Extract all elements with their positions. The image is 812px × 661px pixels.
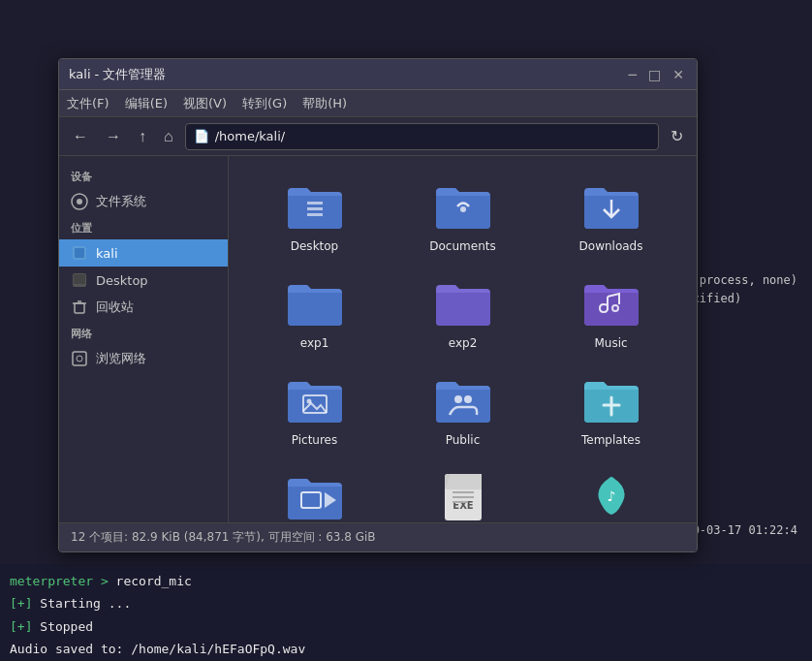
sidebar-label-desktop: Desktop: [96, 273, 148, 288]
folder-icon-desktop: [284, 179, 346, 234]
fm-menu-edit[interactable]: 编辑(E): [125, 95, 168, 112]
svg-rect-12: [307, 207, 323, 210]
network-icon: [71, 350, 88, 367]
fm-title: kali - 文件管理器: [69, 66, 166, 83]
file-item-exp2[interactable]: exp2: [392, 268, 533, 358]
folder-icon-music: [580, 276, 642, 330]
address-icon: 📄: [194, 129, 209, 143]
svg-rect-6: [75, 303, 84, 313]
folder-icon-public: [432, 373, 494, 427]
file-item-music[interactable]: Music: [541, 268, 681, 358]
file-label-exp2: exp2: [449, 336, 478, 350]
terminal-text-4: Audio saved to: /home/kali/hEFaOFpQ.wav: [10, 642, 305, 656]
sidebar-section-devices: 设备: [59, 164, 228, 188]
file-item-backdoor[interactable]: EXE backdoor5322.exe: [392, 462, 533, 522]
fm-files-grid: Desktop Documents: [229, 156, 697, 522]
fm-titlebar: kali - 文件管理器 ─ □ ✕: [59, 59, 697, 90]
file-item-desktop[interactable]: Desktop: [244, 172, 385, 261]
svg-rect-13: [307, 213, 323, 216]
fm-window-controls: ─ □ ✕: [626, 67, 687, 82]
folder-icon-videos: [284, 470, 346, 522]
fm-close-btn[interactable]: ✕: [670, 67, 687, 82]
fm-address-bar[interactable]: 📄 /home/kali/: [185, 123, 659, 150]
file-label-desktop: Desktop: [291, 239, 339, 253]
folder-icon-exp2: [432, 276, 494, 330]
svg-marker-25: [445, 474, 482, 489]
folder-icon-documents: [432, 179, 494, 234]
svg-point-14: [460, 206, 466, 212]
folder-icon-pictures: [284, 373, 346, 427]
terminal-text-2: Starting ...: [32, 596, 131, 611]
file-item-templates[interactable]: Templates: [541, 365, 681, 455]
terminal-right-text: , process, none) ecified): [685, 271, 797, 308]
terminal-right-line2: ecified): [685, 290, 797, 308]
fm-minimize-btn[interactable]: ─: [626, 67, 640, 82]
trash-icon: [71, 299, 88, 316]
sidebar-label-network: 浏览网络: [96, 350, 146, 367]
file-item-exp1[interactable]: exp1: [244, 268, 385, 358]
fm-home-btn[interactable]: ⌂: [158, 124, 179, 149]
audio-icon-wav: ♪: [580, 470, 642, 522]
file-label-documents: Documents: [429, 239, 495, 253]
file-label-exp1: exp1: [300, 336, 329, 350]
svg-rect-27: [453, 491, 474, 493]
sidebar-item-trash[interactable]: 回收站: [59, 294, 228, 321]
fm-back-btn[interactable]: ←: [67, 124, 94, 149]
fm-refresh-btn[interactable]: ↻: [665, 123, 689, 149]
file-item-downloads[interactable]: Downloads: [541, 172, 681, 261]
terminal-bracket-3: [+]: [10, 619, 32, 634]
fm-maximize-btn[interactable]: □: [645, 67, 664, 82]
fm-menu-help[interactable]: 帮助(H): [302, 95, 347, 112]
folder-icon-templates: [580, 373, 642, 427]
fm-up-btn[interactable]: ↑: [133, 124, 152, 149]
sidebar-label-trash: 回收站: [96, 299, 134, 316]
terminal-line-1: meterpreter > record_mic: [10, 570, 802, 592]
terminal-bottom: meterpreter > record_mic [+] Starting ..…: [0, 564, 812, 661]
file-item-wav[interactable]: ♪ hEFaOFpQ.wav: [541, 462, 681, 522]
sidebar-label-filesystem: 文件系统: [96, 193, 146, 210]
svg-text:♪: ♪: [607, 488, 615, 504]
fm-menu-file[interactable]: 文件(F): [67, 95, 109, 112]
file-label-public: Public: [446, 433, 481, 447]
sidebar-item-desktop[interactable]: Desktop: [59, 267, 228, 294]
home-icon: [71, 244, 88, 262]
exe-icon-backdoor: EXE: [432, 470, 494, 522]
fm-status-text: 12 个项目: 82.9 KiB (84,871 字节), 可用空间 : 63.…: [71, 529, 376, 546]
svg-point-19: [454, 395, 462, 403]
svg-rect-3: [75, 248, 84, 258]
sidebar-section-network: 网络: [59, 321, 228, 345]
svg-point-10: [77, 356, 82, 362]
file-item-documents[interactable]: Documents: [392, 172, 533, 261]
fm-main: 设备 文件系统 位置 kali Desktop: [59, 156, 697, 522]
fm-menubar: 文件(F) 编辑(E) 视图(V) 转到(G) 帮助(H): [59, 90, 697, 117]
sidebar-section-places: 位置: [59, 215, 228, 239]
svg-rect-11: [307, 202, 323, 205]
harddisk-icon: [71, 193, 88, 210]
desktop-icon: [71, 271, 88, 289]
filemanager-window: kali - 文件管理器 ─ □ ✕ 文件(F) 编辑(E) 视图(V) 转到(…: [58, 58, 698, 552]
file-label-pictures: Pictures: [292, 433, 338, 447]
svg-rect-28: [453, 496, 474, 498]
terminal-prompt-1: meterpreter >: [10, 574, 116, 588]
fm-menu-view[interactable]: 视图(V): [183, 95, 227, 112]
sidebar-item-kali[interactable]: kali: [59, 239, 228, 267]
file-item-videos[interactable]: Videos: [244, 462, 385, 522]
file-label-templates: Templates: [581, 433, 640, 447]
folder-icon-downloads: [580, 179, 642, 234]
sidebar-label-kali: kali: [96, 246, 118, 261]
file-item-pictures[interactable]: Pictures: [244, 365, 385, 455]
folder-icon-exp1: [284, 276, 346, 330]
terminal-bracket-2: [+]: [10, 596, 32, 611]
file-item-public[interactable]: Public: [392, 365, 533, 455]
terminal-text-3: Stopped: [32, 619, 93, 634]
fm-menu-goto[interactable]: 转到(G): [242, 95, 287, 112]
sidebar-item-filesystem[interactable]: 文件系统: [59, 188, 228, 215]
sidebar-item-network[interactable]: 浏览网络: [59, 345, 228, 372]
file-label-music: Music: [594, 336, 627, 350]
fm-forward-btn[interactable]: →: [100, 124, 127, 149]
svg-rect-9: [73, 352, 86, 365]
svg-point-20: [464, 395, 472, 403]
terminal-right-line1: , process, none): [685, 271, 797, 290]
fm-toolbar: ← → ↑ ⌂ 📄 /home/kali/ ↻: [59, 117, 697, 156]
svg-rect-29: [453, 501, 468, 503]
